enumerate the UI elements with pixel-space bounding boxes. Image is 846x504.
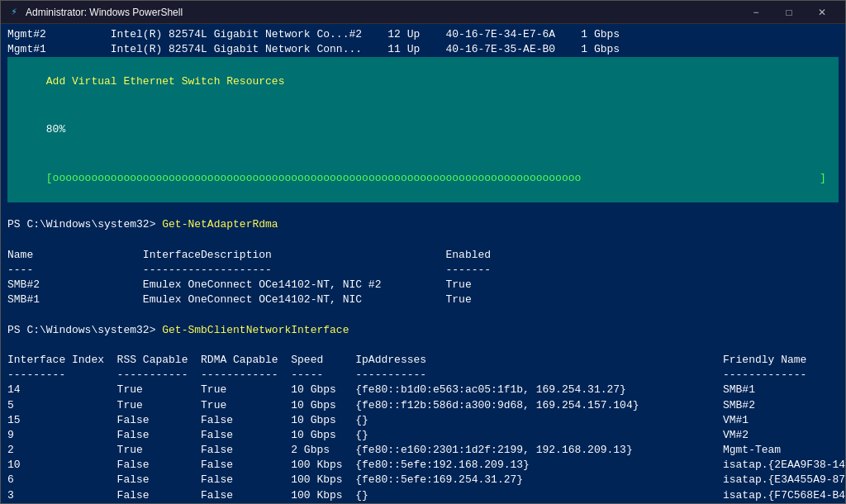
blank2 [7, 232, 839, 247]
smbnet-r14: 14 True True 10 Gbps {fe80::b1d0:e563:ac… [7, 383, 839, 397]
smbnet-r5: 5 True True 10 Gbps {fe80::f12b:586d:a30… [7, 398, 839, 413]
blank1 [7, 202, 839, 217]
blank4 [7, 338, 839, 353]
smbnet-r3: 3 False False 100 Kbps {} isatap.{F7C568… [7, 488, 839, 503]
rdma-divider: ---- -------------------- ------- [7, 263, 839, 278]
smbnet-r10: 10 False False 100 Kbps {fe80::5efe:192.… [7, 458, 839, 473]
smbnet-r15: 15 False False 10 Gbps {} VM#1 [7, 413, 839, 428]
smbnet-r9: 9 False False 10 Gbps {} VM#2 [7, 428, 839, 443]
titlebar: ⚡ Administrator: Windows PowerShell − □ … [1, 1, 845, 24]
smbnet-r6: 6 False False 100 Kbps {fe80::5efe:169.2… [7, 473, 839, 487]
smbnet-divider: --------- ----------- ------------ -----… [7, 368, 839, 383]
minimize-button[interactable]: − [739, 1, 772, 24]
powershell-window: ⚡ Administrator: Windows PowerShell − □ … [0, 0, 846, 504]
maximize-button[interactable]: □ [772, 1, 806, 24]
window-title: Administrator: Windows PowerShell [26, 7, 739, 18]
blank3 [7, 307, 839, 322]
rdma-smb1: SMB#1 Emulex OneConnect OCe14102-NT, NIC… [7, 292, 839, 307]
close-button[interactable]: ✕ [806, 1, 839, 24]
progress-pct: 80% [7, 106, 839, 155]
smbnet-headers: Interface Index RSS Capable RDMA Capable… [7, 353, 839, 368]
rdma-headers: Name InterfaceDescription Enabled [7, 248, 839, 263]
rdma-smb2: SMB#2 Emulex OneConnect OCe14102-NT, NIC… [7, 278, 839, 292]
terminal-content[interactable]: Mgmt#2 Intel(R) 82574L Gigabit Network C… [1, 24, 845, 503]
cmd2-line: PS C:\Windows\system32> Get-SmbClientNet… [7, 323, 839, 338]
mgmt2-row: Mgmt#2 Intel(R) 82574L Gigabit Network C… [7, 27, 839, 42]
cmd1-line: PS C:\Windows\system32> Get-NetAdapterRd… [7, 217, 839, 232]
mgmt1-row: Mgmt#1 Intel(R) 82574L Gigabit Network C… [7, 42, 839, 57]
progress-bar: [ooooooooooooooooooooooooooooooooooooooo… [7, 155, 839, 203]
app-icon: ⚡ [7, 6, 21, 19]
add-virtual-label: Add Virtual Ethernet Switch Resources [7, 57, 839, 106]
smbnet-r2: 2 True False 2 Gbps {fe80::e160:2301:1d2… [7, 443, 839, 458]
window-controls: − □ ✕ [739, 1, 839, 24]
